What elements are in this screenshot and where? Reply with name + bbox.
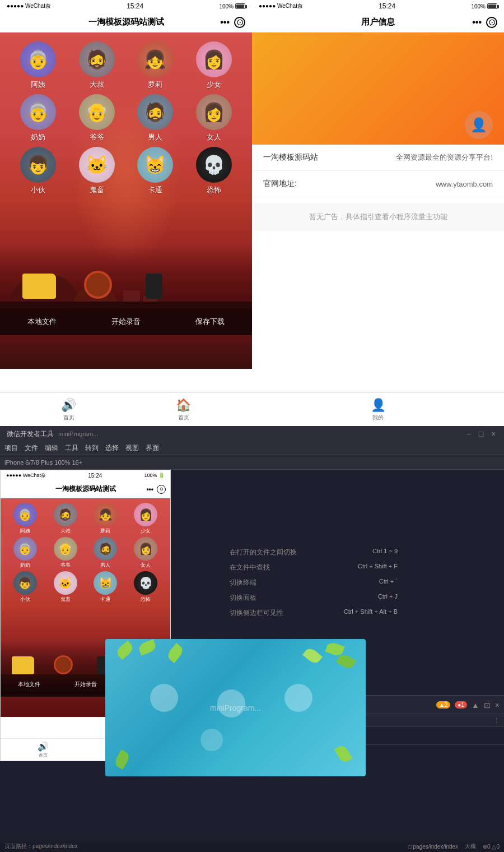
preview-char-katong[interactable]: 😸 卡通 bbox=[87, 571, 125, 603]
preview-char-nainai[interactable]: 👵 奶奶 bbox=[6, 537, 44, 569]
menu-ui[interactable]: 界面 bbox=[146, 443, 159, 453]
menu-goto[interactable]: 转到 bbox=[85, 443, 99, 453]
my-icon: 👤 bbox=[371, 398, 386, 413]
char-avatar-mengli: 👧 bbox=[137, 41, 173, 77]
devtools-settings-icon[interactable]: ⋮ bbox=[493, 717, 500, 724]
char-item-nainai[interactable]: 👵 奶奶 bbox=[11, 94, 66, 142]
char-avatar-nainai: 👵 bbox=[20, 94, 56, 130]
ide-statusbar: 页面路径：pages/index/index □ pages/index/ind… bbox=[0, 841, 504, 852]
save-download-button[interactable]: 保存下载 bbox=[195, 317, 225, 327]
shortcut-action-5: 切换侧边栏可见性 bbox=[230, 608, 283, 618]
menu-project[interactable]: 项目 bbox=[4, 443, 18, 453]
shortcut-action-4: 切换面板 bbox=[230, 593, 256, 603]
minimize-button[interactable]: − bbox=[465, 430, 473, 438]
char-item-dashu[interactable]: 🧔 大叔 bbox=[70, 41, 124, 90]
preview-battery: 100% 🔋 bbox=[144, 473, 165, 478]
char-item-xiaohu[interactable]: 👦 小伙 bbox=[11, 147, 66, 195]
leaf-7 bbox=[113, 749, 131, 770]
devtools-dock-btn[interactable]: ⊡ bbox=[484, 701, 491, 710]
home-label: 首页 bbox=[63, 414, 74, 422]
preview-avatar-nvren: 👩 bbox=[134, 537, 157, 561]
nav-my-item[interactable]: 👤 我的 bbox=[371, 398, 386, 422]
shortcut-find-in-file: 在文件中查找 Ctrl + Shift + F bbox=[230, 563, 398, 572]
ide-devicebar: iPhone 6/7/8 Plus 100% 16+ bbox=[0, 455, 504, 470]
statusbar-right: □ pages/index/index 大概 ⊗0 △0 bbox=[408, 842, 500, 850]
menu-tools[interactable]: 工具 bbox=[65, 443, 78, 453]
preview-folder bbox=[12, 656, 34, 674]
nav-home2-item[interactable]: 🏠 首页 bbox=[176, 398, 191, 422]
preview-char-nvren[interactable]: 👩 女人 bbox=[127, 537, 165, 569]
preview-char-kongbu[interactable]: 💀 恐怖 bbox=[127, 571, 165, 603]
preview-record-btn[interactable]: 开始录音 bbox=[74, 680, 97, 688]
nav-home-item[interactable]: 🔊 首页 bbox=[61, 398, 76, 422]
right-bottom-nav: 👤 我的 bbox=[252, 392, 504, 426]
menu-file[interactable]: 文件 bbox=[25, 443, 38, 453]
preview-nav-home[interactable]: 🔊 首页 bbox=[38, 741, 49, 758]
green-decorative-panel: miniProgram... bbox=[105, 639, 366, 776]
route-label: □ pages/index/index bbox=[408, 844, 458, 850]
shortcut-keys-5: Ctrl + Shift + Alt + B bbox=[344, 608, 398, 618]
nav-circle-left[interactable]: ⊙ bbox=[234, 17, 245, 28]
shortcut-keys-4: Ctrl + J bbox=[378, 593, 398, 603]
my-label: 我的 bbox=[372, 414, 384, 422]
preview-char-shaonu[interactable]: 👩 少女 bbox=[127, 503, 165, 535]
nav-dots-left[interactable]: ••• bbox=[220, 17, 230, 27]
preview-avatar-katong: 😸 bbox=[94, 571, 117, 595]
nav-circle-right[interactable]: ⊙ bbox=[486, 17, 497, 28]
right-nav-bar: 用户信息 ••• ⊙ bbox=[252, 12, 504, 33]
char-item-shaonu[interactable]: 👩 少女 bbox=[187, 41, 241, 90]
home2-label: 首页 bbox=[178, 414, 189, 422]
menu-edit[interactable]: 编辑 bbox=[45, 443, 58, 453]
preview-nav: 一淘模板源码站测试 ••• ⊙ bbox=[1, 480, 170, 498]
menu-view[interactable]: 视图 bbox=[125, 443, 139, 453]
phone-actions: 本地文件 开始录音 保存下载 bbox=[0, 308, 252, 335]
local-file-button[interactable]: 本地文件 bbox=[27, 317, 57, 327]
char-item-guishou[interactable]: 🐱 鬼畜 bbox=[70, 147, 124, 195]
preview-avatar-xiaohu: 👦 bbox=[13, 571, 37, 595]
preview-char-dashu[interactable]: 🧔 大叔 bbox=[46, 503, 85, 535]
char-item-katong[interactable]: 😸 卡通 bbox=[128, 147, 183, 195]
green-circle-center bbox=[200, 729, 223, 751]
menu-select[interactable]: 选择 bbox=[105, 443, 119, 453]
status-time-left: 15:24 bbox=[127, 2, 143, 10]
char-item-mengli[interactable]: 👧 萝莉 bbox=[128, 41, 183, 90]
status-battery-right: 100% bbox=[471, 3, 497, 10]
ide-titlebar: 微信开发者工具 miniProgram... − □ × bbox=[0, 426, 504, 442]
preview-status-bar: ●●●●● WeChat奈 15:24 100% 🔋 bbox=[1, 470, 170, 480]
devtools-close-btn[interactable]: × bbox=[495, 701, 500, 710]
preview-local-btn[interactable]: 本地文件 bbox=[18, 680, 40, 688]
preview-name-ayi: 阿姨 bbox=[20, 527, 30, 535]
start-record-button[interactable]: 开始录音 bbox=[111, 317, 141, 327]
shortcut-action-3: 切换终端 bbox=[230, 578, 256, 587]
status-battery-left: 100% bbox=[219, 3, 245, 10]
preview-name-dashu: 大叔 bbox=[60, 527, 71, 535]
char-item-yeye[interactable]: 👴 爷爷 bbox=[70, 94, 124, 142]
green-panel-text: miniProgram... bbox=[210, 703, 261, 712]
preview-char-mengli[interactable]: 👧 萝莉 bbox=[87, 503, 125, 535]
preview-name-nainai: 奶奶 bbox=[20, 562, 30, 569]
preview-char-nanren[interactable]: 🧔 男人 bbox=[87, 537, 125, 569]
preview-name-nvren: 女人 bbox=[141, 562, 151, 569]
errors-warnings-label: ⊗0 △0 bbox=[483, 844, 500, 850]
char-item-kongbu[interactable]: 💀 恐怖 bbox=[187, 147, 241, 195]
battery-percent-left: 100% bbox=[219, 3, 234, 10]
preview-char-guishou[interactable]: 🐱 鬼畜 bbox=[46, 571, 85, 603]
preview-char-xiaohu[interactable]: 👦 小伙 bbox=[6, 571, 44, 603]
devtools-expand-btn[interactable]: ▲ bbox=[472, 701, 479, 710]
close-button[interactable]: × bbox=[489, 430, 497, 438]
preview-avatar-nainai: 👵 bbox=[13, 537, 37, 561]
preview-name-xiaohu: 小伙 bbox=[20, 596, 30, 603]
maximize-button[interactable]: □ bbox=[477, 430, 485, 438]
ad-placeholder: 暂无广告，具体指引查看小程序流量主功能 bbox=[252, 203, 504, 231]
char-item-nanren[interactable]: 🧔 男人 bbox=[128, 94, 183, 142]
char-item-nvren[interactable]: 👩 女人 bbox=[187, 94, 241, 142]
preview-avatar-shaonu: 👩 bbox=[134, 503, 157, 526]
char-avatar-dashu: 🧔 bbox=[79, 41, 115, 77]
shortcut-keys-3: Ctrl + ` bbox=[379, 578, 398, 587]
nav-dots-right[interactable]: ••• bbox=[472, 17, 482, 27]
char-item-ayi[interactable]: 👵 阿姨 bbox=[11, 41, 66, 90]
char-name-nainai: 奶奶 bbox=[31, 132, 45, 142]
preview-char-ayi[interactable]: 👵 阿姨 bbox=[6, 503, 44, 535]
ide-window-controls: − □ × bbox=[465, 430, 497, 438]
preview-char-yeye[interactable]: 👴 爷爷 bbox=[46, 537, 85, 569]
